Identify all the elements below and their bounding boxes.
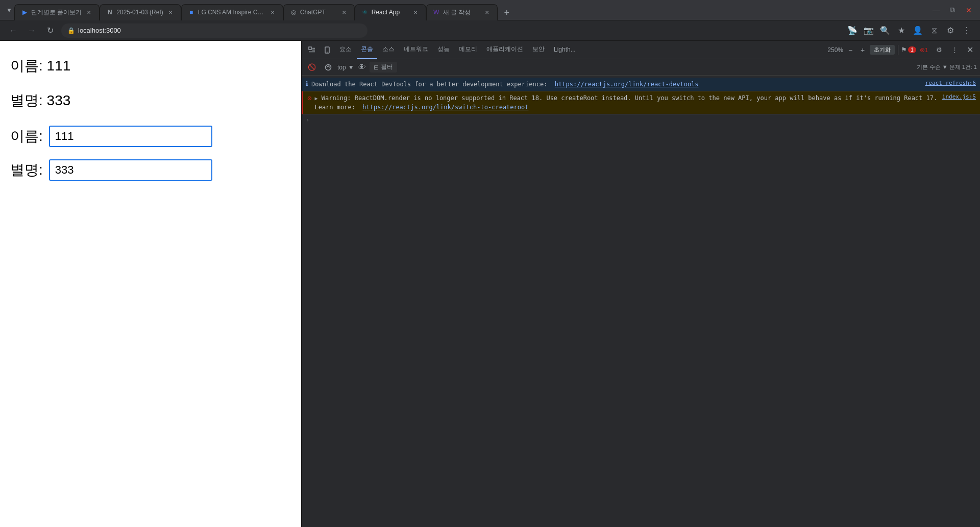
zoom-in-button[interactable]: + xyxy=(857,45,868,55)
minimize-button[interactable]: — xyxy=(929,3,943,17)
console-msg-warning: ⊗ ▶ Warning: ReactDOM.render is no longe… xyxy=(302,91,980,114)
devtools-icon[interactable]: ⚙ xyxy=(943,23,958,38)
console-eye-icon[interactable]: 👁 xyxy=(356,62,368,73)
profile-icon[interactable]: 👤 xyxy=(911,23,925,38)
tab-1-close[interactable]: ✕ xyxy=(85,8,93,16)
warning-msg-content: ▶ Warning: ReactDOM.render is no longer … xyxy=(314,93,939,112)
tab-1-title: 단계별로 풀어보기 xyxy=(31,8,82,17)
zoom-out-button[interactable]: − xyxy=(845,45,855,55)
svg-rect-0 xyxy=(309,47,311,50)
devtools-inspect-icon[interactable] xyxy=(305,43,319,57)
tab-5-favicon: ⚛ xyxy=(361,9,369,16)
devtools-tab-console[interactable]: 콘솔 xyxy=(357,41,377,59)
restore-button[interactable]: ⧉ xyxy=(945,3,960,17)
extensions-icon[interactable]: ⧖ xyxy=(927,23,941,38)
tab-2-title: 2025-01-03 (Ref) xyxy=(116,9,163,16)
error-circle-icon: ⊗ xyxy=(307,94,311,102)
browser-tab-bar: ▼ ▶ 단계별로 풀어보기 ✕ N 2025-01-03 (Ref) ✕ ■ L… xyxy=(0,0,980,20)
devtools-tab-network[interactable]: 네트워크 xyxy=(400,41,432,59)
msg-file-index[interactable]: index.js:5 xyxy=(942,93,976,100)
tab-5-react-app[interactable]: ⚛ React App ✕ xyxy=(355,4,426,20)
context-dropdown-icon: ▼ xyxy=(348,64,354,71)
back-button[interactable]: ← xyxy=(6,23,20,38)
createroot-link[interactable]: https://reactjs.org/link/switch-to-creat… xyxy=(362,104,528,111)
zoom-reset-button[interactable]: 초기화 xyxy=(870,45,895,55)
browser-toolbar-right: 📡 📷 🔍 ★ 👤 ⧖ ⚙ ⋮ xyxy=(845,23,974,38)
screenshot-icon[interactable]: 📷 xyxy=(862,23,876,38)
console-clear-icon[interactable]: 🚫 xyxy=(305,60,319,75)
more-icon[interactable]: ⋮ xyxy=(960,23,974,38)
devtools-device-icon[interactable] xyxy=(320,43,334,57)
error-badge: 1 xyxy=(925,47,928,53)
main-area: 이름: 111 별명: 333 이름: 별명: 요소 콘 xyxy=(0,41,980,527)
new-tab-button[interactable]: + xyxy=(500,6,514,20)
console-filter-input[interactable]: ⊟ 필터 xyxy=(370,62,397,73)
address-bar: ← → ↻ 🔒 localhost:3000 📡 📷 🔍 ★ 👤 ⧖ ⚙ ⋮ xyxy=(0,20,980,41)
toolbar-separator xyxy=(898,45,898,55)
devtools-tab-memory[interactable]: 메모리 xyxy=(455,41,481,59)
name-input[interactable] xyxy=(49,126,212,147)
devtools-settings-icon[interactable]: ⚙ xyxy=(932,43,946,57)
tab-1[interactable]: ▶ 단계별로 풀어보기 ✕ xyxy=(14,4,100,20)
nickname-display-label: 별명: 333 xyxy=(10,91,291,110)
filter-icon: ⊟ xyxy=(374,64,379,71)
zoom-icon[interactable]: 🔍 xyxy=(878,23,892,38)
devtools-tab-security[interactable]: 보안 xyxy=(528,41,549,59)
forward-button[interactable]: → xyxy=(24,23,39,38)
devtools-issues-icon[interactable]: ⚑ 1 xyxy=(901,43,916,57)
cast-icon[interactable]: 📡 xyxy=(845,23,860,38)
svg-point-5 xyxy=(327,52,328,53)
tab-2-close[interactable]: ✕ xyxy=(166,8,175,16)
tab-2[interactable]: N 2025-01-03 (Ref) ✕ xyxy=(100,4,181,20)
devtools-tab-application[interactable]: 애플리케이션 xyxy=(482,41,527,59)
nickname-input[interactable] xyxy=(49,159,212,181)
nickname-input-label: 별명: xyxy=(10,160,43,180)
tab-4-title: ChatGPT xyxy=(300,9,337,16)
msg-file-react-refresh[interactable]: react_refresh:6 xyxy=(925,80,976,86)
tab-scroll-left[interactable]: ▼ xyxy=(4,5,14,15)
devtools-link[interactable]: https://reactjs.org/link/react-devtools xyxy=(555,81,699,88)
issues-badge: 1 xyxy=(908,46,916,53)
devtools-tab-sources[interactable]: 소스 xyxy=(378,41,399,59)
window-controls: — ⧉ ✕ xyxy=(929,3,976,17)
tab-4-favicon: ◎ xyxy=(290,9,297,16)
devtools-zoom-controls: 250% − + 초기화 xyxy=(827,45,895,55)
console-context-selector[interactable]: top ▼ xyxy=(337,64,354,71)
tab-6-favicon: W xyxy=(433,9,440,16)
devtools-tab-elements[interactable]: 요소 xyxy=(335,41,356,59)
name-input-label: 이름: xyxy=(10,127,43,146)
console-output: ℹ Download the React DevTools for a bett… xyxy=(302,76,980,527)
close-window-button[interactable]: ✕ xyxy=(962,3,976,17)
reload-button[interactable]: ↻ xyxy=(43,23,57,38)
info-icon: ℹ xyxy=(306,80,308,87)
console-secondary-toolbar: 🚫 top ▼ 👁 ⊟ 필터 기본 수순 ▼ 문제 1건: 1 xyxy=(302,59,980,76)
lock-icon: 🔒 xyxy=(67,27,75,34)
bookmark-icon[interactable]: ★ xyxy=(894,23,909,38)
devtools-toolbar: 요소 콘솔 소스 네트워크 성능 메모리 애플리케이션 보안 xyxy=(302,41,980,59)
devtools-tab-lighthouse[interactable]: Lighth... xyxy=(550,41,580,59)
warning-msg-text: Warning: ReactDOM.render is no longer su… xyxy=(314,94,937,111)
console-preserve-icon[interactable] xyxy=(321,60,335,75)
tab-3[interactable]: ■ LG CNS AM Inspire Camp - G... ✕ xyxy=(181,4,283,20)
devtools-panel: 요소 콘솔 소스 네트워크 성능 메모리 애플리케이션 보안 xyxy=(301,41,980,527)
devtools-more-icon[interactable]: ⋮ xyxy=(947,43,962,57)
tab-5-close[interactable]: ✕ xyxy=(411,8,420,16)
tab-3-title: LG CNS AM Inspire Camp - G... xyxy=(198,9,265,16)
tab-6-close[interactable]: ✕ xyxy=(483,8,491,16)
tab-3-close[interactable]: ✕ xyxy=(268,8,277,16)
console-prompt[interactable]: › xyxy=(302,114,980,126)
prompt-chevron: › xyxy=(306,116,309,124)
tab-6[interactable]: W 새 글 작성 ✕ xyxy=(426,4,498,20)
tab-4-close[interactable]: ✕ xyxy=(340,8,348,16)
url-bar[interactable]: 🔒 localhost:3000 xyxy=(61,23,368,38)
name-display-label: 이름: 111 xyxy=(10,56,291,76)
zoom-level: 250% xyxy=(827,46,843,54)
devtools-close-button[interactable]: ✕ xyxy=(963,43,977,57)
expand-warning-icon[interactable]: ▶ xyxy=(314,95,317,101)
filter-label: 필터 xyxy=(381,63,393,71)
tab-4[interactable]: ◎ ChatGPT ✕ xyxy=(283,4,355,20)
devtools-error-count[interactable]: ⊗ 1 xyxy=(917,43,931,57)
devtools-tab-performance[interactable]: 성능 xyxy=(433,41,454,59)
tab-2-favicon: N xyxy=(106,9,113,16)
nickname-input-row: 별명: xyxy=(10,159,291,181)
